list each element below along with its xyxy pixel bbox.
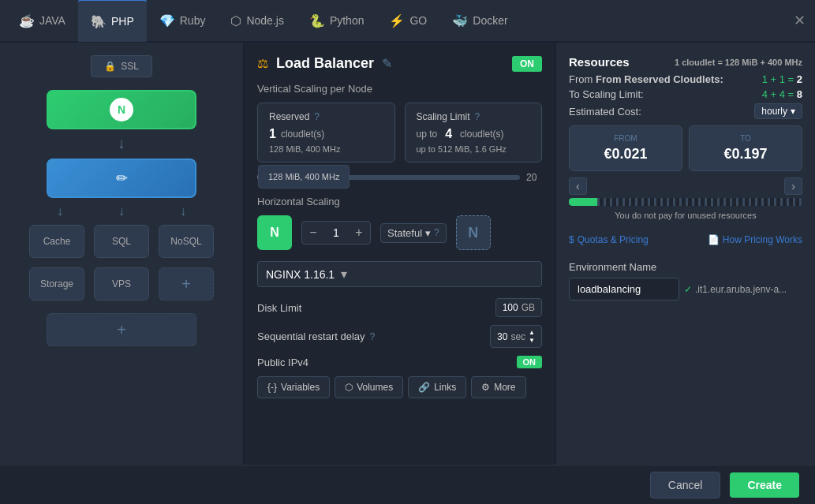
disk-limit-row: Disk Limit 100 GB [257,298,542,317]
h-node-icon: N [257,215,292,250]
restart-delay-stepper[interactable]: ▲▼ [529,329,535,344]
vps-node[interactable]: VPS [94,267,149,301]
quotas-label: Quotas & Pricing [578,234,649,245]
volumes-label: Volumes [357,382,393,393]
restart-delay-help[interactable]: ? [370,331,376,342]
pencil-icon: ✏ [116,170,128,187]
more-tab[interactable]: ⚙ More [471,376,525,398]
nginx-logo: N [110,98,133,121]
disk-limit-label: Disk Limit [257,302,495,314]
main-content: 🔒 SSL N ↓ ✏ ↓ ↓ ↓ Cache SQL NoSQL [0,43,815,465]
reserved-tooltip: 128 MiB, 400 MHz [258,165,350,189]
how-pricing-icon: 📄 [708,234,720,245]
scaling-limit-help-icon[interactable]: ? [475,111,480,122]
env-name-input[interactable] [569,278,679,301]
tab-java-label: JAVA [39,14,65,27]
hourly-select[interactable]: hourly ▾ [754,103,802,119]
h-node-placeholder: N [456,215,491,250]
tab-docker[interactable]: 🐳 Docker [439,0,520,42]
arrow-left: ↓ [57,204,63,218]
tab-nodejs[interactable]: ⬡ Node.js [218,0,296,42]
add-storage-node[interactable]: + [159,267,214,301]
php-icon: 🐘 [91,14,107,29]
cache-node[interactable]: Cache [29,225,84,258]
tab-php-label: PHP [111,15,134,28]
hourly-chevron: ▾ [791,106,795,117]
variables-tab[interactable]: {-} Variables [257,376,330,398]
reserved-box: Reserved ? 1 cloudlet(s) 128 MiB, 400 MH… [257,103,395,162]
edit-icon[interactable]: ✎ [382,56,392,71]
to-scaling-label: To Scaling Limit: [569,88,644,100]
stepper-plus-button[interactable]: + [348,222,370,244]
nginx-node[interactable]: N [47,90,196,129]
nginx-version-row[interactable]: NGINX 1.16.1 ▾ [257,261,542,287]
from-cloudlets-row: From From Reserved Cloudlets: 1 + 1 = 2 [569,73,802,85]
horizontal-scaling-section: Horizontal Scaling N − 1 + Stateful ▾ ? … [257,196,542,250]
blue-node[interactable]: ✏ [47,159,196,198]
to-scaling-row: To Scaling Limit: 4 + 4 = 8 [569,88,802,100]
links-tab[interactable]: 🔗 Links [408,376,466,398]
tab-go[interactable]: ⚡ GO [376,0,439,42]
nginx-version-dropdown-arrow: ▾ [341,267,347,282]
nav-prev-button[interactable]: ‹ [569,177,587,195]
reserved-value-row: 1 cloudlet(s) [269,127,383,141]
ruby-icon: 💎 [159,13,175,28]
ssl-button[interactable]: 🔒 SSL [91,55,152,77]
reserved-sub: 128 MiB, 400 MHz [269,144,383,154]
stepper-minus-button[interactable]: − [302,222,324,244]
quotas-icon: $ [569,234,574,245]
go-icon: ⚡ [389,13,405,28]
docker-icon: 🐳 [452,13,468,28]
from-cost-label: FROM [578,134,674,143]
cost-boxes: FROM €0.021 TO €0.197 [569,125,802,171]
resources-title: Resources 1 cloudlet = 128 MiB + 400 MHz [569,55,802,69]
links-label: Links [434,382,456,393]
tab-nodejs-label: Node.js [246,14,283,27]
from-cost-value: €0.021 [578,146,674,162]
disk-limit-value: 100 GB [495,298,542,317]
stateful-chevron: ▾ [425,227,431,239]
env-name-section: Environment Name ✓ .it1.eur.aruba.jenv-a… [569,261,802,301]
storage-node[interactable]: Storage [29,267,84,301]
quotas-link[interactable]: $ Quotas & Pricing [569,234,649,245]
nodejs-icon: ⬡ [230,13,241,28]
tab-go-label: GO [409,14,427,27]
tab-ruby[interactable]: 💎 Ruby [147,0,219,42]
volumes-tab[interactable]: ⬡ Volumes [335,376,403,398]
horizontal-scaling-row: N − 1 + Stateful ▾ ? N [257,215,542,250]
tab-java[interactable]: ☕ JAVA [6,0,78,42]
restart-delay-label: Sequential restart delay ? [257,330,490,342]
reserved-help-icon[interactable]: ? [314,111,320,122]
tab-php[interactable]: 🐘 PHP [78,0,147,42]
nav-next-button[interactable]: › [784,177,802,195]
env-domain: ✓ .it1.eur.aruba.jenv-a... [684,284,787,295]
vertical-scaling-title: Vertical Scaling per Node [257,83,542,95]
lb-icon: ⚖ [257,56,268,71]
more-icon: ⚙ [481,382,490,393]
sql-node[interactable]: SQL [94,225,149,258]
to-cost-label: TO [697,134,794,143]
tab-python[interactable]: 🐍 Python [297,0,377,42]
variables-label: Variables [281,382,320,393]
reserved-unit: cloudlet(s) [281,129,324,140]
add-env-button[interactable]: + [47,313,196,346]
pricing-links: $ Quotas & Pricing 📄 How Pricing Works [569,234,802,245]
estimated-cost-row: Estimated Cost: hourly ▾ [569,103,802,119]
create-button[interactable]: Create [730,472,799,498]
stateful-help[interactable]: ? [434,227,439,238]
stateful-select[interactable]: Stateful ▾ ? [380,223,447,243]
how-pricing-link[interactable]: 📄 How Pricing Works [708,234,802,245]
python-icon: 🐍 [309,13,325,28]
public-ipv4-row: Public IPv4 ON [257,356,542,368]
nosql-node[interactable]: NoSQL [159,225,214,258]
nav-arrows: ‹ › [569,177,802,195]
scaling-container: Reserved ? 1 cloudlet(s) 128 MiB, 400 MH… [257,103,542,162]
resources-meta: 1 cloudlet = 128 MiB + 400 MHz [675,58,802,67]
from-cloudlets-value: 1 + 1 = 2 [762,73,802,85]
resources-section: Resources 1 cloudlet = 128 MiB + 400 MHz… [569,55,802,226]
lb-toggle[interactable]: ON [512,56,542,72]
to-scaling-value: 4 + 4 = 8 [762,88,802,100]
public-ipv4-toggle[interactable]: ON [517,356,543,368]
close-button[interactable]: ✕ [794,12,806,29]
cancel-button[interactable]: Cancel [650,472,721,498]
